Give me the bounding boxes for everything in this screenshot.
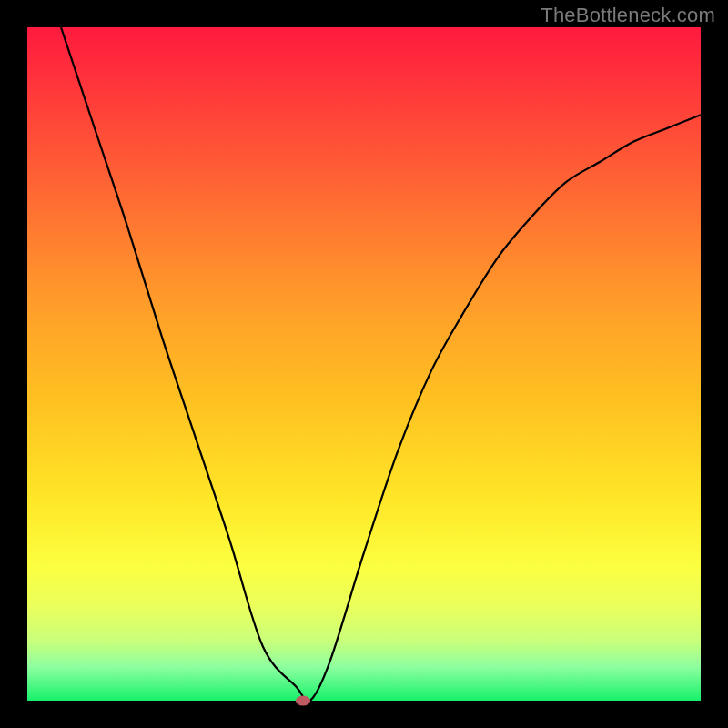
curve-svg — [27, 27, 701, 701]
optimal-marker — [296, 696, 310, 706]
watermark-text: TheBottleneck.com — [541, 4, 715, 27]
chart-frame: TheBottleneck.com — [0, 0, 728, 728]
bottleneck-curve-path — [61, 27, 701, 701]
plot-area — [27, 27, 701, 701]
